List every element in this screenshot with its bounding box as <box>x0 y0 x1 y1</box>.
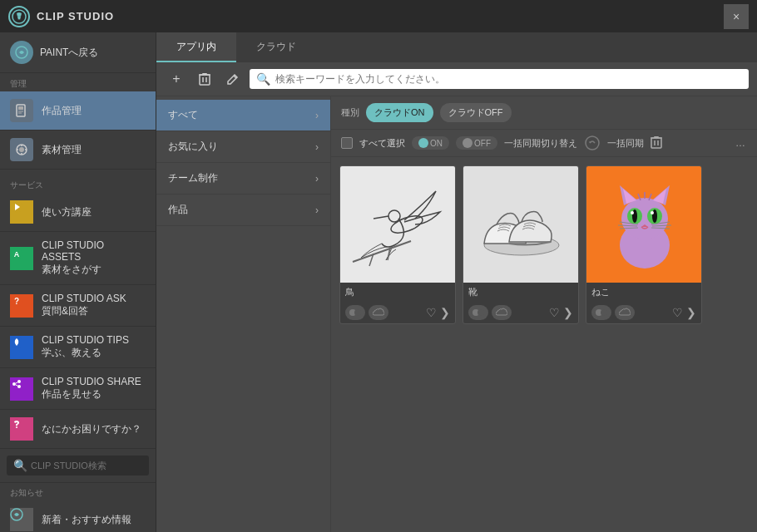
shoes-favorite[interactable]: ♡ <box>549 306 560 319</box>
left-nav-favorites[interactable]: お気に入り › <box>156 131 330 163</box>
left-nav-works[interactable]: 作品 › <box>156 195 330 226</box>
toggle-on-pill[interactable]: ON <box>412 136 449 150</box>
sidebar-item-ask[interactable]: ? CLIP STUDIO ASK 質問&回答 <box>0 285 156 327</box>
cat-detail-arrow[interactable]: ❯ <box>686 306 696 319</box>
shoes-detail-arrow[interactable]: ❯ <box>563 306 573 319</box>
service-section-label: サービス <box>0 175 156 193</box>
materials-icon <box>10 138 33 161</box>
close-button[interactable]: × <box>724 4 749 29</box>
sidebar-item-tips[interactable]: CLIP STUDIO TIPS 学ぶ、教える <box>0 327 156 368</box>
select-all-label: すべて選択 <box>359 137 405 150</box>
add-button[interactable]: + <box>165 67 188 91</box>
sidebar-item-help[interactable]: なにかお困りですか？ <box>0 410 156 449</box>
sidebar-search-icon: 🔍 <box>13 459 27 472</box>
toggle-off-pill[interactable]: OFF <box>456 136 497 150</box>
svg-point-50 <box>477 309 484 316</box>
bird-favorite[interactable]: ♡ <box>426 306 437 319</box>
tab-bar: アプリ内 クラウド <box>156 32 757 62</box>
svg-rect-39 <box>344 170 453 278</box>
chevron-right-icon: › <box>315 141 319 153</box>
bird-sync-toggle[interactable] <box>345 305 365 320</box>
gallery-item-cat[interactable]: ねこ ♡ ❯ <box>586 165 702 324</box>
sidebar-search-input[interactable] <box>31 461 142 470</box>
sidebar-item-tutorial[interactable]: 使い方講座 <box>0 193 156 232</box>
left-navigation: すべて › お気に入り › チーム制作 › 作品 › <box>156 96 331 532</box>
main-search-bar[interactable]: 🔍 <box>250 69 749 89</box>
artworks-icon <box>10 99 33 122</box>
chevron-right-icon: › <box>315 173 319 185</box>
shoes-sync-toggle[interactable] <box>468 305 488 320</box>
cat-title: ねこ <box>586 283 701 302</box>
filter-cloud-off[interactable]: クラウドOFF <box>440 103 512 122</box>
bird-cloud-action[interactable] <box>369 305 388 320</box>
svg-point-21 <box>17 385 21 388</box>
assets-label: CLIP STUDIO ASSETS <box>42 239 146 263</box>
tips-sub: 学ぶ、教える <box>42 346 129 360</box>
batch-sync-action[interactable]: 一括同期 <box>607 137 644 150</box>
gallery-item-shoes[interactable]: 靴 ♡ ❯ <box>463 165 579 324</box>
main-content: アプリ内 クラウド + <box>156 32 757 532</box>
sidebar-search-bar[interactable]: 🔍 <box>7 456 149 475</box>
svg-text:A: A <box>14 250 20 259</box>
svg-rect-31 <box>202 73 207 75</box>
svg-point-7 <box>19 147 24 152</box>
bird-actions: ♡ ❯ <box>340 302 455 323</box>
svg-rect-38 <box>654 136 659 138</box>
help-label: なにかお困りですか？ <box>42 422 141 436</box>
filter-label: 種別 <box>341 106 359 119</box>
right-panel: 種別 クラウドON クラウドOFF すべて選択 ON OFF <box>331 96 757 532</box>
shoes-title: 靴 <box>463 283 578 302</box>
bird-detail-arrow[interactable]: ❯ <box>440 306 450 319</box>
cat-actions: ♡ ❯ <box>586 302 701 323</box>
left-nav-all[interactable]: すべて › <box>156 100 330 131</box>
cat-sync-toggle[interactable] <box>591 305 611 320</box>
svg-point-75 <box>601 309 607 316</box>
back-to-paint[interactable]: PAINTへ戻る <box>0 32 156 73</box>
sidebar-item-assets[interactable]: A CLIP STUDIO ASSETS 素材をさがす <box>0 232 156 285</box>
back-label: PAINTへ戻る <box>40 46 98 60</box>
left-nav-team[interactable]: チーム制作 › <box>156 163 330 195</box>
assets-icon: A <box>10 247 33 270</box>
toggle-on-dot <box>418 138 428 148</box>
svg-point-25 <box>16 426 17 428</box>
cat-cloud-action[interactable] <box>615 305 635 320</box>
toggle-off-dot <box>463 138 473 148</box>
sidebar-item-notice[interactable]: 新着・おすすめ情報 <box>0 500 156 532</box>
shoes-thumbnail <box>463 166 579 283</box>
app-logo-icon <box>8 6 30 27</box>
artworks-label: 作品管理 <box>42 104 82 118</box>
delete-button[interactable] <box>193 67 216 91</box>
select-all-checkbox[interactable] <box>341 137 353 149</box>
sidebar-item-materials[interactable]: 素材管理 <box>0 131 156 170</box>
bird-title: 鳥 <box>340 283 455 302</box>
main-toolbar: + 🔍 <box>156 62 757 96</box>
notice-section: お知らせ <box>0 482 156 500</box>
svg-point-62 <box>631 211 634 214</box>
gallery-item-bird[interactable]: 鳥 ♡ ❯ <box>339 165 456 324</box>
shoes-cloud-action[interactable] <box>492 305 512 320</box>
edit-button[interactable] <box>221 67 245 91</box>
tab-cloud[interactable]: クラウド <box>236 32 316 62</box>
tips-label: CLIP STUDIO TIPS <box>42 334 129 346</box>
management-section-label: 管理 <box>0 73 156 91</box>
batch-toggle-action[interactable]: 一括同期切り替え <box>504 137 577 150</box>
filter-bar: 種別 クラウドON クラウドOFF <box>331 96 757 130</box>
assets-sub: 素材をさがす <box>42 263 146 277</box>
app-header: CLIP STUDIO × <box>0 0 757 32</box>
app-title: CLIP STUDIO <box>37 10 114 22</box>
sidebar-item-share[interactable]: CLIP STUDIO SHARE 作品を見せる <box>0 368 156 410</box>
filter-cloud-on[interactable]: クラウドON <box>366 103 433 122</box>
svg-point-19 <box>12 382 16 386</box>
svg-point-46 <box>354 309 361 316</box>
help-icon <box>10 417 33 441</box>
more-options-icon[interactable]: … <box>735 137 747 149</box>
shoes-actions: ♡ ❯ <box>463 302 578 323</box>
batch-delete-icon[interactable] <box>651 135 662 151</box>
svg-point-20 <box>17 380 21 383</box>
ask-icon: ? <box>10 294 33 318</box>
search-input[interactable] <box>275 73 742 85</box>
sidebar-item-artworks[interactable]: 作品管理 <box>0 91 156 131</box>
tab-app[interactable]: アプリ内 <box>156 32 236 62</box>
share-sub: 作品を見せる <box>42 387 141 401</box>
cat-favorite[interactable]: ♡ <box>672 306 683 319</box>
